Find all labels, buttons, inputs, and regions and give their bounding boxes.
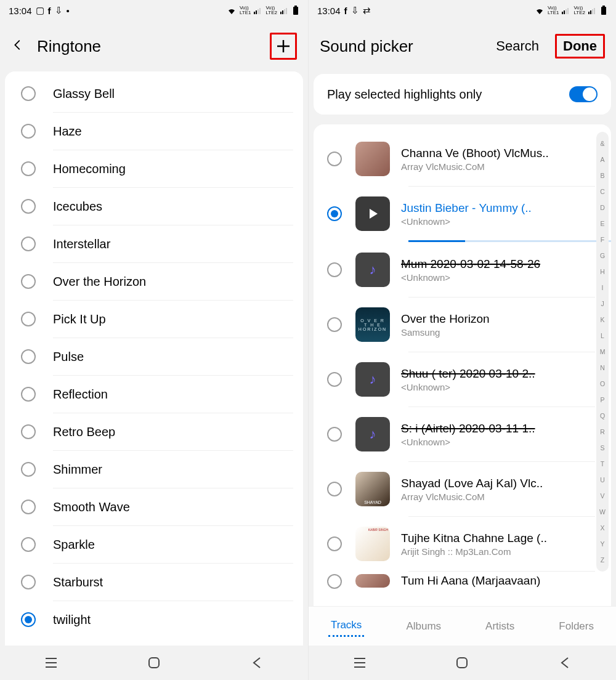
index-letter[interactable]: K (600, 312, 604, 328)
ringtone-row[interactable]: Smooth Wave (5, 488, 303, 525)
radio-button[interactable] (21, 312, 36, 326)
radio-button[interactable] (21, 124, 36, 139)
album-thumb[interactable]: ♪ (355, 417, 390, 451)
index-letter[interactable]: L (601, 328, 604, 344)
index-letter[interactable]: H (600, 264, 605, 280)
ringtone-row[interactable]: twilight (5, 601, 303, 638)
ringtone-row[interactable]: Pulse (5, 338, 303, 375)
ringtone-row[interactable]: Over the Horizon (5, 263, 303, 300)
index-letter[interactable]: U (600, 472, 605, 488)
index-letter[interactable]: D (600, 200, 605, 216)
radio-button[interactable] (327, 372, 342, 387)
ringtone-row[interactable]: Icecubes (5, 188, 303, 225)
index-letter[interactable]: B (600, 168, 604, 184)
done-button[interactable]: Done (555, 34, 605, 59)
radio-button[interactable] (21, 237, 36, 251)
ringtone-row[interactable]: Interstellar (5, 225, 303, 262)
track-row[interactable]: ♪Shuu ( ter) 2020 03-10 2..<Unknown> (314, 352, 611, 407)
album-thumb[interactable] (355, 574, 390, 588)
nav-back-button[interactable] (554, 652, 575, 673)
track-row[interactable]: Tujhe Kitna Chahne Lage (..Arijit Singh … (314, 517, 611, 571)
highlights-toggle[interactable] (569, 86, 598, 102)
index-letter[interactable]: V (600, 488, 604, 504)
index-letter[interactable]: & (600, 136, 604, 152)
index-letter[interactable]: X (600, 520, 604, 536)
radio-button[interactable] (327, 152, 342, 166)
index-letter[interactable]: Y (600, 536, 604, 552)
radio-button[interactable] (327, 206, 342, 221)
radio-button[interactable] (21, 462, 36, 477)
playback-progress[interactable] (408, 240, 611, 242)
radio-button[interactable] (21, 387, 36, 402)
index-letter[interactable]: O (600, 376, 605, 392)
index-letter[interactable]: A (600, 152, 604, 168)
index-letter[interactable]: J (601, 296, 604, 312)
album-thumb[interactable] (355, 196, 390, 231)
ringtone-row[interactable]: Retro Beep (5, 413, 303, 450)
album-thumb[interactable]: ♪ (355, 362, 390, 397)
ringtone-row[interactable]: Reflection (5, 376, 303, 413)
radio-button[interactable] (21, 575, 36, 589)
index-letter[interactable]: M (600, 344, 606, 360)
radio-button[interactable] (327, 427, 342, 442)
radio-button[interactable] (327, 482, 342, 496)
radio-button[interactable] (21, 161, 36, 176)
recents-button[interactable] (41, 652, 62, 673)
radio-button[interactable] (21, 612, 36, 627)
add-ringtone-button[interactable] (270, 33, 297, 60)
radio-button[interactable] (21, 274, 36, 289)
search-button[interactable]: Search (496, 38, 539, 54)
index-letter[interactable]: C (600, 184, 605, 200)
index-letter[interactable]: W (599, 504, 606, 520)
radio-button[interactable] (327, 262, 342, 277)
home-button[interactable] (452, 652, 472, 673)
tab-albums[interactable]: Albums (403, 617, 444, 636)
index-letter[interactable]: E (600, 216, 604, 232)
tab-tracks[interactable]: Tracks (328, 615, 364, 637)
radio-button[interactable] (21, 537, 36, 552)
radio-button[interactable] (21, 424, 36, 439)
ringtone-row[interactable]: Shimmer (5, 451, 303, 488)
radio-button[interactable] (327, 317, 342, 332)
track-row[interactable]: Tum Hi Aana (Marjaavaan) (314, 572, 611, 590)
recents-button[interactable] (349, 652, 370, 673)
ringtone-row[interactable]: Sparkle (5, 526, 303, 563)
album-thumb[interactable] (355, 472, 390, 506)
radio-button[interactable] (327, 536, 342, 551)
index-letter[interactable]: R (600, 424, 605, 440)
ringtone-row[interactable]: Glassy Bell (5, 75, 303, 112)
index-letter[interactable]: Q (600, 408, 605, 424)
ringtone-row[interactable]: Haze (5, 113, 303, 150)
index-letter[interactable]: P (600, 392, 604, 408)
radio-button[interactable] (327, 574, 342, 589)
album-thumb[interactable]: ♪ (355, 253, 390, 287)
radio-button[interactable] (21, 349, 36, 364)
index-letter[interactable]: I (602, 280, 604, 296)
index-letter[interactable]: G (600, 248, 605, 264)
ringtone-row[interactable]: Starburst (5, 564, 303, 601)
track-row[interactable]: ♪S: i (Airtel) 2020-03-11 1..<Unknown> (314, 407, 611, 461)
ringtone-row[interactable]: Pick It Up (5, 301, 303, 338)
album-thumb[interactable]: O V E RT H EHORIZON (355, 307, 390, 342)
tab-artists[interactable]: Artists (483, 617, 517, 636)
tab-folders[interactable]: Folders (556, 617, 596, 636)
album-thumb[interactable] (355, 142, 390, 176)
radio-button[interactable] (21, 86, 36, 101)
track-row[interactable]: ♪Mum 2020-03-02 14-58-26<Unknown> (314, 243, 611, 297)
track-row[interactable]: Justin Bieber - Yummy (..<Unknown> (314, 187, 611, 241)
index-letter[interactable]: F (601, 232, 604, 248)
nav-back-button[interactable] (246, 652, 267, 673)
track-row[interactable]: Channa Ve (Bhoot) VlcMus..Array VlcMusic… (314, 132, 611, 186)
album-thumb[interactable] (355, 527, 390, 561)
home-button[interactable] (144, 652, 164, 673)
index-letter[interactable]: S (600, 440, 604, 456)
radio-button[interactable] (21, 199, 36, 214)
ringtone-row[interactable]: Homecoming (5, 150, 303, 187)
back-button[interactable] (11, 36, 25, 56)
index-letter[interactable]: N (600, 360, 605, 376)
index-letter[interactable]: Z (601, 552, 604, 568)
radio-button[interactable] (21, 500, 36, 514)
index-bar[interactable]: &ABCDEFGHIJKLMNOPQRSTUVWXYZ (596, 132, 609, 572)
track-row[interactable]: O V E RT H EHORIZONOver the HorizonSamsu… (314, 298, 611, 352)
index-letter[interactable]: T (601, 456, 604, 472)
